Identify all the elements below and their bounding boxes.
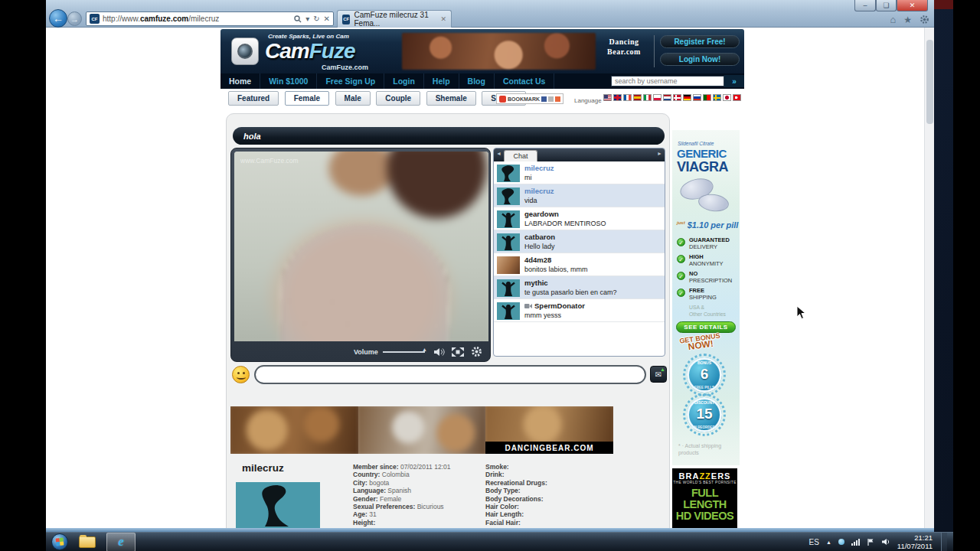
chat-panel: ◄ Chat ► milecruz mi milecruz vida [493, 148, 665, 357]
show-desktop-button[interactable] [941, 533, 947, 551]
tray-app-icon[interactable] [838, 539, 844, 545]
flag-japan-icon[interactable] [723, 94, 731, 101]
maximize-button[interactable]: ❏ [876, 0, 897, 11]
speaker-icon[interactable] [433, 347, 445, 357]
search-dropdown-icon[interactable]: ▾ [305, 15, 309, 23]
viagra-ad[interactable]: Sildenafil Citrate GENERIC VIAGRA just $… [672, 130, 740, 465]
action-center-flag-icon[interactable] [867, 535, 874, 549]
taskbar: e ES ▲ 21:21 11/07/2011 [46, 532, 953, 551]
scrollbar-thumb[interactable] [926, 40, 933, 124]
divider [654, 35, 655, 67]
filter-shemale[interactable]: Shemale [426, 91, 476, 106]
username-search-input[interactable] [611, 76, 724, 86]
filter-couple[interactable]: Couple [376, 91, 420, 106]
bookmark-widget[interactable]: BOOKMARK [496, 93, 564, 104]
nav-help[interactable]: Help [424, 73, 459, 89]
back-button[interactable]: ← [49, 9, 67, 28]
chat-message-input[interactable] [254, 365, 646, 384]
search-go-button[interactable]: » [724, 75, 744, 87]
close-button[interactable]: ✕ [897, 0, 928, 11]
flag-denmark-icon[interactable] [673, 94, 681, 101]
flag-russia-icon[interactable] [693, 94, 701, 101]
chat-message: SpermDonator mmm yesss [494, 299, 665, 322]
filter-featured[interactable]: Featured [228, 91, 279, 106]
tray-clock[interactable]: 21:21 11/07/2011 [897, 533, 933, 550]
taskbar-ie-button[interactable]: e [106, 533, 136, 551]
volume-slider[interactable]: ▲ [383, 351, 425, 353]
flag-us-icon[interactable] [603, 94, 612, 101]
flag-uk-icon[interactable] [613, 94, 622, 101]
flag-france-icon[interactable] [623, 94, 632, 101]
network-icon[interactable] [851, 539, 860, 546]
tray-speaker-icon[interactable] [881, 535, 890, 549]
banner-panel [358, 406, 486, 454]
share-icon[interactable] [555, 96, 560, 102]
share-icon[interactable] [548, 96, 554, 102]
nav-contact-us[interactable]: Contact Us [495, 73, 554, 89]
stop-icon[interactable]: ✕ [324, 15, 330, 23]
settings-gear-icon[interactable] [920, 15, 929, 24]
banner-ad[interactable]: DancingBear.com [230, 406, 613, 454]
flag-spain-icon[interactable] [633, 94, 642, 101]
fullscreen-icon[interactable] [452, 347, 464, 357]
filter-female[interactable]: Female [285, 91, 329, 106]
refresh-icon[interactable]: ↻ [313, 15, 319, 23]
webcam-video[interactable]: www.CamFuze.com [234, 152, 488, 341]
nav-blog[interactable]: Blog [459, 73, 495, 89]
nav-win-1000[interactable]: Win $1000 [260, 73, 317, 89]
home-icon[interactable]: ⌂ [890, 14, 896, 25]
shipping-note: USA &Other Countries [689, 305, 726, 318]
address-bar[interactable]: CF http://www.camfuze.com/milecruz ▾ ↻ ✕ [86, 11, 334, 26]
taskbar-explorer-button[interactable] [73, 533, 102, 551]
volume-handle-icon[interactable]: ▲ [422, 347, 427, 352]
profile-field: Smoke: [485, 463, 608, 471]
nav-home[interactable]: Home [220, 73, 260, 89]
flag-germany-icon[interactable] [683, 94, 691, 101]
chat-scroll-left-icon[interactable]: ◄ [496, 151, 501, 156]
favorites-star-icon[interactable]: ★ [903, 15, 912, 25]
brazzers-ad[interactable]: BRAZZERS THE WORLD'S BEST PORNSITE FULL … [672, 468, 737, 528]
header-ad-image[interactable] [402, 33, 596, 70]
header-ad-brand[interactable]: DancingBear.com [599, 37, 649, 57]
internet-explorer-icon: e [118, 534, 124, 549]
folder-icon [79, 536, 96, 548]
flag-italy-icon[interactable] [643, 94, 652, 101]
avatar-photo [497, 256, 520, 274]
get-bonus-text: GET BONUSNOW! [679, 332, 722, 352]
flag-netherlands-icon[interactable] [663, 94, 671, 101]
flag-sweden-icon[interactable] [713, 94, 721, 101]
page-scrollbar[interactable] [924, 28, 934, 528]
login-now-button[interactable]: Login Now! [660, 53, 740, 66]
flag-turkey-icon[interactable] [733, 94, 741, 101]
profile-username: milecruz [242, 462, 284, 474]
tray-expand-icon[interactable]: ▲ [826, 540, 831, 545]
main-nav: Home Win $1000 Free Sign Up Login Help B… [220, 73, 744, 89]
screen: – ❏ ✕ ← → CF http://www.camfuze.com/mile… [0, 0, 980, 551]
player-settings-gear-icon[interactable] [471, 346, 482, 357]
system-tray: ES ▲ 21:21 11/07/2011 [809, 533, 953, 551]
chat-scroll-right-icon[interactable]: ► [657, 151, 662, 156]
flag-portugal-icon[interactable] [703, 94, 711, 101]
language-indicator[interactable]: ES [809, 538, 819, 546]
nav-login[interactable]: Login [384, 73, 424, 89]
see-details-button[interactable]: SEE DETAILS [676, 321, 736, 333]
profile-field: Age: 31 [353, 510, 483, 518]
chat-tab[interactable]: Chat [504, 150, 537, 161]
minimize-button[interactable]: – [854, 0, 876, 11]
emoticon-button[interactable] [232, 366, 250, 383]
site-logo[interactable]: CamFuze [265, 39, 354, 64]
share-icon[interactable] [541, 96, 547, 102]
flag-poland-icon[interactable] [653, 94, 662, 101]
ad-feature: ✓ FREESHIPPING [677, 288, 717, 301]
forward-button[interactable]: → [67, 11, 82, 26]
tab-close-icon[interactable]: ✕ [440, 15, 446, 23]
nav-free-sign-up[interactable]: Free Sign Up [317, 73, 384, 89]
send-button[interactable]: ✉▲ [650, 366, 667, 383]
ad-feature: ✓ NOPRESCRIPTION [677, 271, 732, 284]
filter-male[interactable]: Male [335, 91, 371, 106]
start-button[interactable] [51, 533, 68, 550]
search-icon[interactable] [294, 15, 302, 23]
register-free-button[interactable]: Register Free! [660, 35, 740, 48]
browser-tab[interactable]: CF CamFuze milecruz 31 Fema... ✕ [337, 10, 452, 28]
profile-field: Height: [353, 519, 483, 527]
